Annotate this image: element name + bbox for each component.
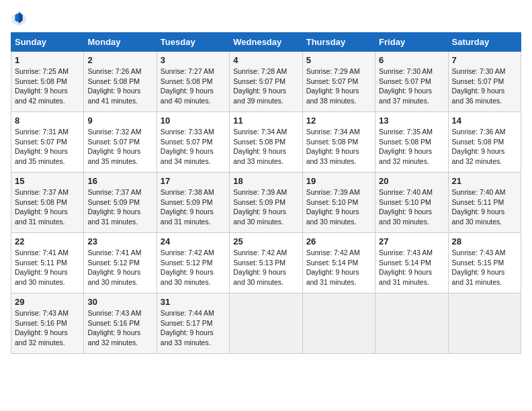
calendar-day-cell: 21Sunrise: 7:40 AMSunset: 5:11 PMDayligh… <box>448 173 521 233</box>
day-number: 2 <box>87 55 152 65</box>
logo-icon <box>11 11 27 27</box>
day-info: Sunrise: 7:40 AMSunset: 5:10 PMDaylight:… <box>379 187 444 227</box>
day-info: Sunrise: 7:43 AMSunset: 5:14 PMDaylight:… <box>379 248 444 287</box>
day-number: 8 <box>15 116 80 126</box>
calendar-day-cell: 16Sunrise: 7:37 AMSunset: 5:09 PMDayligh… <box>84 173 157 233</box>
day-info: Sunrise: 7:26 AMSunset: 5:08 PMDaylight:… <box>87 66 152 106</box>
day-number: 16 <box>87 176 152 186</box>
calendar-day-cell <box>230 293 302 354</box>
calendar-week-row: 29Sunrise: 7:43 AMSunset: 5:16 PMDayligh… <box>11 293 521 354</box>
calendar-day-cell: 26Sunrise: 7:42 AMSunset: 5:14 PMDayligh… <box>302 233 375 293</box>
day-number: 15 <box>15 176 80 186</box>
page-header <box>11 11 521 27</box>
calendar-day-cell: 20Sunrise: 7:40 AMSunset: 5:10 PMDayligh… <box>375 173 448 233</box>
logo <box>11 11 30 27</box>
day-number: 10 <box>161 116 226 126</box>
calendar-day-cell: 12Sunrise: 7:34 AMSunset: 5:08 PMDayligh… <box>302 112 375 173</box>
calendar-day-cell <box>302 293 375 354</box>
calendar-day-cell: 8Sunrise: 7:31 AMSunset: 5:07 PMDaylight… <box>11 112 84 173</box>
calendar-table: SundayMondayTuesdayWednesdayThursdayFrid… <box>11 32 521 354</box>
calendar-day-cell: 2Sunrise: 7:26 AMSunset: 5:08 PMDaylight… <box>84 52 157 112</box>
day-number: 11 <box>233 116 298 126</box>
day-number: 26 <box>306 236 371 246</box>
day-info: Sunrise: 7:36 AMSunset: 5:08 PMDaylight:… <box>452 127 517 167</box>
calendar-week-row: 1Sunrise: 7:25 AMSunset: 5:08 PMDaylight… <box>11 52 521 112</box>
calendar-day-cell: 1Sunrise: 7:25 AMSunset: 5:08 PMDaylight… <box>11 52 84 112</box>
day-number: 7 <box>452 55 517 65</box>
day-of-week-header: Monday <box>84 33 157 52</box>
calendar-day-cell: 30Sunrise: 7:43 AMSunset: 5:16 PMDayligh… <box>84 293 157 354</box>
day-number: 18 <box>233 176 298 186</box>
day-info: Sunrise: 7:37 AMSunset: 5:08 PMDaylight:… <box>15 187 80 227</box>
day-number: 14 <box>452 116 517 126</box>
day-number: 3 <box>161 55 226 65</box>
day-info: Sunrise: 7:41 AMSunset: 5:12 PMDaylight:… <box>87 248 152 287</box>
day-info: Sunrise: 7:39 AMSunset: 5:09 PMDaylight:… <box>233 187 298 227</box>
calendar-day-cell: 31Sunrise: 7:44 AMSunset: 5:17 PMDayligh… <box>157 293 229 354</box>
day-number: 17 <box>161 176 226 186</box>
calendar-day-cell: 25Sunrise: 7:42 AMSunset: 5:13 PMDayligh… <box>230 233 302 293</box>
day-info: Sunrise: 7:40 AMSunset: 5:11 PMDaylight:… <box>452 187 517 227</box>
day-info: Sunrise: 7:42 AMSunset: 5:14 PMDaylight:… <box>306 248 371 287</box>
day-number: 13 <box>379 116 444 126</box>
day-number: 19 <box>306 176 371 186</box>
day-number: 25 <box>233 236 298 246</box>
day-info: Sunrise: 7:43 AMSunset: 5:15 PMDaylight:… <box>452 248 517 287</box>
day-info: Sunrise: 7:42 AMSunset: 5:12 PMDaylight:… <box>161 248 226 287</box>
calendar-day-cell: 3Sunrise: 7:27 AMSunset: 5:08 PMDaylight… <box>157 52 229 112</box>
calendar-day-cell: 17Sunrise: 7:38 AMSunset: 5:09 PMDayligh… <box>157 173 229 233</box>
day-info: Sunrise: 7:43 AMSunset: 5:16 PMDaylight:… <box>87 308 152 348</box>
calendar-day-cell: 11Sunrise: 7:34 AMSunset: 5:08 PMDayligh… <box>230 112 302 173</box>
day-number: 20 <box>379 176 444 186</box>
calendar-day-cell: 19Sunrise: 7:39 AMSunset: 5:10 PMDayligh… <box>302 173 375 233</box>
day-number: 28 <box>452 236 517 246</box>
day-number: 1 <box>15 55 80 65</box>
calendar-day-cell: 23Sunrise: 7:41 AMSunset: 5:12 PMDayligh… <box>84 233 157 293</box>
day-number: 6 <box>379 55 444 65</box>
day-info: Sunrise: 7:30 AMSunset: 5:07 PMDaylight:… <box>379 66 444 106</box>
day-info: Sunrise: 7:28 AMSunset: 5:07 PMDaylight:… <box>233 66 298 106</box>
day-number: 23 <box>87 236 152 246</box>
calendar-week-row: 15Sunrise: 7:37 AMSunset: 5:08 PMDayligh… <box>11 173 521 233</box>
calendar-day-cell: 4Sunrise: 7:28 AMSunset: 5:07 PMDaylight… <box>230 52 302 112</box>
calendar-day-cell: 7Sunrise: 7:30 AMSunset: 5:07 PMDaylight… <box>448 52 521 112</box>
calendar-day-cell: 28Sunrise: 7:43 AMSunset: 5:15 PMDayligh… <box>448 233 521 293</box>
day-number: 5 <box>306 55 371 65</box>
day-info: Sunrise: 7:27 AMSunset: 5:08 PMDaylight:… <box>161 66 226 106</box>
day-of-week-header: Saturday <box>448 33 521 52</box>
day-info: Sunrise: 7:44 AMSunset: 5:17 PMDaylight:… <box>161 308 226 348</box>
day-info: Sunrise: 7:33 AMSunset: 5:07 PMDaylight:… <box>161 127 226 167</box>
calendar-header: SundayMondayTuesdayWednesdayThursdayFrid… <box>11 33 521 52</box>
calendar-body: 1Sunrise: 7:25 AMSunset: 5:08 PMDaylight… <box>11 52 521 354</box>
day-info: Sunrise: 7:42 AMSunset: 5:13 PMDaylight:… <box>233 248 298 287</box>
day-number: 21 <box>452 176 517 186</box>
calendar-day-cell: 9Sunrise: 7:32 AMSunset: 5:07 PMDaylight… <box>84 112 157 173</box>
calendar-day-cell: 6Sunrise: 7:30 AMSunset: 5:07 PMDaylight… <box>375 52 448 112</box>
day-number: 31 <box>161 297 226 307</box>
day-info: Sunrise: 7:34 AMSunset: 5:08 PMDaylight:… <box>306 127 371 167</box>
day-info: Sunrise: 7:29 AMSunset: 5:07 PMDaylight:… <box>306 66 371 106</box>
day-number: 30 <box>87 297 152 307</box>
calendar-day-cell: 18Sunrise: 7:39 AMSunset: 5:09 PMDayligh… <box>230 173 302 233</box>
day-of-week-header: Thursday <box>302 33 375 52</box>
calendar-day-cell <box>448 293 521 354</box>
calendar-day-cell: 5Sunrise: 7:29 AMSunset: 5:07 PMDaylight… <box>302 52 375 112</box>
day-number: 24 <box>161 236 226 246</box>
day-info: Sunrise: 7:41 AMSunset: 5:11 PMDaylight:… <box>15 248 80 287</box>
day-number: 12 <box>306 116 371 126</box>
day-info: Sunrise: 7:30 AMSunset: 5:07 PMDaylight:… <box>452 66 517 106</box>
day-number: 29 <box>15 297 80 307</box>
calendar-day-cell <box>375 293 448 354</box>
day-info: Sunrise: 7:35 AMSunset: 5:08 PMDaylight:… <box>379 127 444 167</box>
calendar-day-cell: 15Sunrise: 7:37 AMSunset: 5:08 PMDayligh… <box>11 173 84 233</box>
calendar-week-row: 22Sunrise: 7:41 AMSunset: 5:11 PMDayligh… <box>11 233 521 293</box>
calendar-day-cell: 14Sunrise: 7:36 AMSunset: 5:08 PMDayligh… <box>448 112 521 173</box>
day-of-week-header: Sunday <box>11 33 84 52</box>
calendar-day-cell: 13Sunrise: 7:35 AMSunset: 5:08 PMDayligh… <box>375 112 448 173</box>
calendar-day-cell: 27Sunrise: 7:43 AMSunset: 5:14 PMDayligh… <box>375 233 448 293</box>
day-info: Sunrise: 7:31 AMSunset: 5:07 PMDaylight:… <box>15 127 80 167</box>
day-info: Sunrise: 7:32 AMSunset: 5:07 PMDaylight:… <box>87 127 152 167</box>
day-number: 9 <box>87 116 152 126</box>
calendar-day-cell: 24Sunrise: 7:42 AMSunset: 5:12 PMDayligh… <box>157 233 229 293</box>
calendar-day-cell: 22Sunrise: 7:41 AMSunset: 5:11 PMDayligh… <box>11 233 84 293</box>
